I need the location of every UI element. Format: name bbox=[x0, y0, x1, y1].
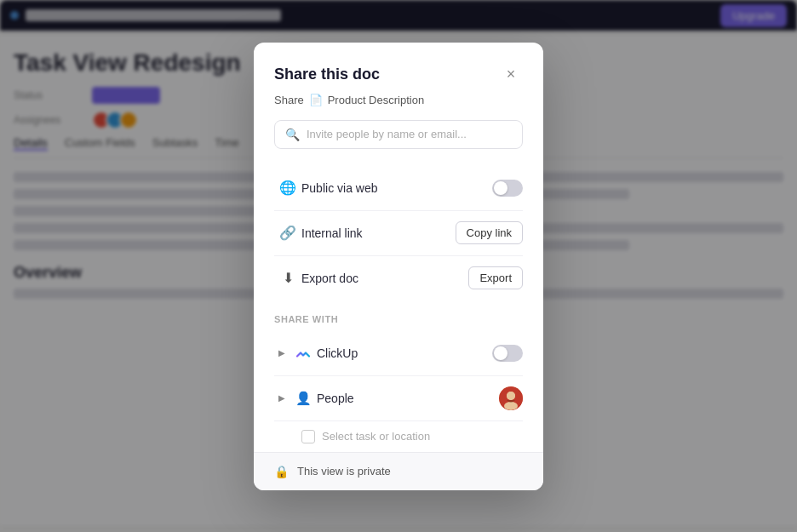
clickup-label: ClickUp bbox=[317, 346, 492, 360]
public-via-web-toggle[interactable] bbox=[492, 180, 523, 197]
doc-name: Product Description bbox=[328, 94, 424, 106]
search-icon: 🔍 bbox=[285, 128, 300, 141]
invite-search-box[interactable]: 🔍 bbox=[274, 120, 523, 149]
clickup-expand-button[interactable]: ▶ bbox=[274, 346, 290, 361]
public-via-web-row: 🌐 Public via web bbox=[274, 166, 523, 211]
clickup-icon bbox=[290, 340, 317, 367]
lock-icon: 🔒 bbox=[274, 465, 289, 478]
modal-subtitle: Share 📄 Product Description bbox=[274, 94, 523, 106]
people-share-row: ▶ 👤 People bbox=[274, 376, 523, 421]
location-icon bbox=[301, 430, 315, 443]
globe-icon: 🌐 bbox=[274, 174, 301, 202]
modal-overlay: Share this doc × Share 📄 Product Descrip… bbox=[0, 0, 797, 532]
select-location-row[interactable]: Select task or location bbox=[274, 421, 523, 452]
people-avatar bbox=[499, 386, 523, 410]
share-prefix: Share bbox=[274, 94, 304, 106]
doc-icon: 📄 bbox=[309, 94, 323, 106]
modal-title: Share this doc bbox=[274, 66, 380, 83]
select-location-text: Select task or location bbox=[322, 430, 430, 443]
people-expand-button[interactable]: ▶ bbox=[274, 391, 290, 406]
clickup-toggle[interactable] bbox=[492, 345, 523, 362]
internal-link-label: Internal link bbox=[301, 226, 456, 240]
export-button[interactable]: Export bbox=[468, 266, 523, 289]
clickup-share-row: ▶ ClickUp bbox=[274, 331, 523, 376]
export-doc-row: ⬇ Export doc Export bbox=[274, 256, 523, 300]
public-via-web-label: Public via web bbox=[301, 181, 492, 195]
svg-point-2 bbox=[504, 402, 518, 410]
export-icon: ⬇ bbox=[274, 265, 301, 292]
svg-point-3 bbox=[507, 392, 515, 400]
export-doc-label: Export doc bbox=[301, 272, 468, 285]
person-icon: 👤 bbox=[290, 385, 317, 412]
share-options-list: 🌐 Public via web 🔗 Internal link Copy li… bbox=[274, 166, 523, 300]
search-input[interactable] bbox=[307, 128, 512, 140]
footer-text: This view is private bbox=[297, 465, 391, 478]
link-icon: 🔗 bbox=[274, 220, 301, 247]
copy-link-button[interactable]: Copy link bbox=[456, 221, 523, 244]
internal-link-row: 🔗 Internal link Copy link bbox=[274, 211, 523, 256]
modal-footer: 🔒 This view is private bbox=[254, 452, 543, 490]
share-with-label: SHARE WITH bbox=[274, 300, 523, 331]
people-label: People bbox=[317, 392, 499, 405]
close-button[interactable]: × bbox=[499, 63, 523, 87]
share-modal: Share this doc × Share 📄 Product Descrip… bbox=[254, 43, 543, 490]
